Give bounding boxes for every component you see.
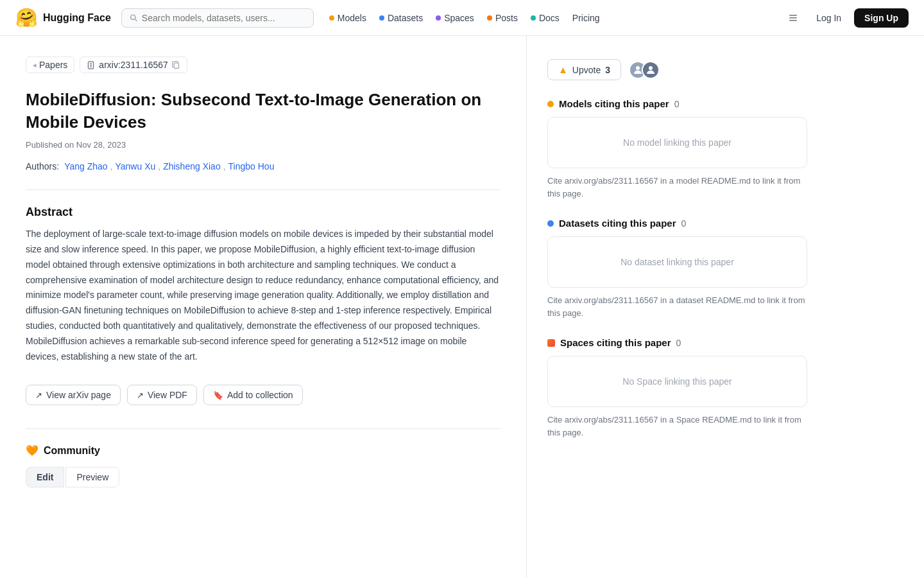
datasets-section-count: 0 bbox=[681, 218, 687, 229]
main-content: ◂ Papers arxiv:2311.16567 MobileDiffusio… bbox=[0, 36, 526, 578]
signup-button[interactable]: Sign Up bbox=[854, 8, 909, 28]
list-icon-button[interactable] bbox=[783, 10, 803, 26]
datasets-citation-hint: Cite arxiv.org/abs/2311.16567 in a datas… bbox=[547, 294, 807, 319]
bookmark-icon: 🔖 bbox=[213, 390, 223, 400]
posts-dot bbox=[487, 15, 492, 21]
models-section-header: Models citing this paper 0 bbox=[547, 98, 807, 109]
upvote-button[interactable]: ▲ Upvote 3 bbox=[547, 59, 621, 80]
models-section-label: Models citing this paper bbox=[559, 98, 669, 109]
datasets-section: Datasets citing this paper 0 No dataset … bbox=[547, 218, 807, 319]
author-yang-zhao[interactable]: Yang Zhao bbox=[64, 161, 107, 171]
datasets-section-header: Datasets citing this paper 0 bbox=[547, 218, 807, 229]
breadcrumb-arrow-left: ◂ bbox=[33, 61, 37, 69]
upvote-arrow-icon: ▲ bbox=[558, 64, 568, 75]
abstract-heading: Abstract bbox=[26, 206, 501, 219]
abstract-text: The deployment of large-scale text-to-im… bbox=[26, 227, 501, 364]
community-emoji: 🧡 bbox=[26, 444, 38, 457]
svg-point-11 bbox=[649, 66, 653, 70]
external-link-icon-pdf: ↗ bbox=[137, 390, 144, 400]
svg-rect-9 bbox=[174, 63, 178, 68]
list-icon bbox=[788, 13, 798, 23]
upvote-count: 3 bbox=[605, 65, 610, 75]
spaces-dot bbox=[436, 15, 441, 21]
svg-point-0 bbox=[130, 15, 135, 19]
community-tabs: Edit Preview bbox=[26, 467, 501, 487]
paper-date: Published on Nov 28, 2023 bbox=[26, 140, 501, 150]
nav-link-spaces[interactable]: Spaces bbox=[436, 13, 474, 23]
spaces-section-header: Spaces citing this paper 0 bbox=[547, 337, 807, 348]
paper-authors: Authors: Yang Zhao, Yanwu Xu, Zhisheng X… bbox=[26, 161, 501, 171]
copy-icon[interactable] bbox=[172, 61, 180, 69]
logo-emoji: 🤗 bbox=[15, 7, 38, 28]
models-dot-sidebar bbox=[547, 101, 554, 107]
view-pdf-button[interactable]: ↗ View PDF bbox=[127, 385, 197, 405]
community-tab-preview[interactable]: Preview bbox=[65, 467, 119, 487]
search-bar bbox=[121, 8, 314, 28]
search-input[interactable] bbox=[142, 13, 305, 23]
upvote-row: ▲ Upvote 3 bbox=[547, 59, 807, 80]
community-tab-edit[interactable]: Edit bbox=[26, 467, 64, 487]
nav-link-posts[interactable]: Posts bbox=[487, 13, 518, 23]
models-section-count: 0 bbox=[674, 99, 680, 109]
avatar-stack bbox=[629, 61, 660, 79]
spaces-citation-box: No Space linking this paper bbox=[547, 356, 807, 407]
models-citation-hint: Cite arxiv.org/abs/2311.16567 in a model… bbox=[547, 175, 807, 200]
action-buttons: ↗ View arXiv page ↗ View PDF 🔖 Add to co… bbox=[26, 385, 501, 405]
models-empty-text: No model linking this paper bbox=[623, 137, 732, 148]
models-citation-box: No model linking this paper bbox=[547, 117, 807, 168]
logo-link[interactable]: 🤗 Hugging Face bbox=[15, 7, 111, 28]
nav-links: Models Datasets Spaces Posts Docs Pricin… bbox=[329, 13, 600, 23]
datasets-dot bbox=[379, 15, 384, 21]
external-link-icon-arxiv: ↗ bbox=[35, 390, 42, 400]
spaces-icon-sidebar bbox=[547, 339, 555, 347]
datasets-empty-text: No dataset linking this paper bbox=[620, 257, 734, 267]
docs-dot bbox=[531, 15, 536, 21]
svg-line-1 bbox=[135, 19, 137, 21]
svg-point-10 bbox=[636, 66, 640, 70]
spaces-section: Spaces citing this paper 0 No Space link… bbox=[547, 337, 807, 439]
view-arxiv-button[interactable]: ↗ View arXiv page bbox=[26, 385, 121, 405]
upvote-label: Upvote bbox=[572, 65, 601, 75]
author-tingbo-hou[interactable]: Tingbo Hou bbox=[228, 161, 275, 171]
spaces-citation-hint: Cite arxiv.org/abs/2311.16567 in a Space… bbox=[547, 414, 807, 439]
svg-rect-4 bbox=[789, 20, 797, 21]
login-button[interactable]: Log In bbox=[809, 9, 849, 27]
navbar: 🤗 Hugging Face Models Datasets Spaces Po… bbox=[0, 0, 924, 36]
breadcrumb: ◂ Papers arxiv:2311.16567 bbox=[26, 57, 501, 73]
paper-title: MobileDiffusion: Subsecond Text-to-Image… bbox=[26, 89, 501, 134]
author-zhisheng-xiao[interactable]: Zhisheng Xiao bbox=[163, 161, 221, 171]
models-dot bbox=[329, 15, 334, 21]
logo-text: Hugging Face bbox=[43, 12, 111, 24]
datasets-citation-box: No dataset linking this paper bbox=[547, 236, 807, 288]
spaces-section-count: 0 bbox=[676, 338, 681, 348]
page-layout: ◂ Papers arxiv:2311.16567 MobileDiffusio… bbox=[0, 36, 924, 578]
spaces-empty-text: No Space linking this paper bbox=[622, 376, 732, 387]
nav-link-docs[interactable]: Docs bbox=[531, 13, 560, 23]
models-section: Models citing this paper 0 No model link… bbox=[547, 98, 807, 200]
nav-link-datasets[interactable]: Datasets bbox=[379, 13, 423, 23]
community-heading: 🧡 Community bbox=[26, 444, 501, 457]
document-icon bbox=[87, 61, 95, 69]
spaces-section-label: Spaces citing this paper bbox=[560, 337, 671, 348]
datasets-dot-sidebar bbox=[547, 220, 554, 227]
nav-link-pricing[interactable]: Pricing bbox=[572, 13, 600, 23]
add-to-collection-button[interactable]: 🔖 Add to collection bbox=[203, 385, 303, 405]
breadcrumb-current: arxiv:2311.16567 bbox=[80, 57, 187, 73]
community-label: Community bbox=[44, 445, 100, 457]
breadcrumb-papers-link[interactable]: ◂ Papers bbox=[26, 57, 74, 73]
svg-rect-2 bbox=[789, 15, 797, 16]
search-icon bbox=[130, 13, 138, 22]
sidebar: ▲ Upvote 3 Models citing this paper 0 bbox=[526, 36, 828, 578]
avatar-2 bbox=[642, 61, 660, 79]
nav-link-models[interactable]: Models bbox=[329, 13, 366, 23]
datasets-section-label: Datasets citing this paper bbox=[559, 218, 676, 229]
author-yanwu-xu[interactable]: Yanwu Xu bbox=[116, 161, 156, 171]
svg-rect-3 bbox=[789, 17, 797, 19]
